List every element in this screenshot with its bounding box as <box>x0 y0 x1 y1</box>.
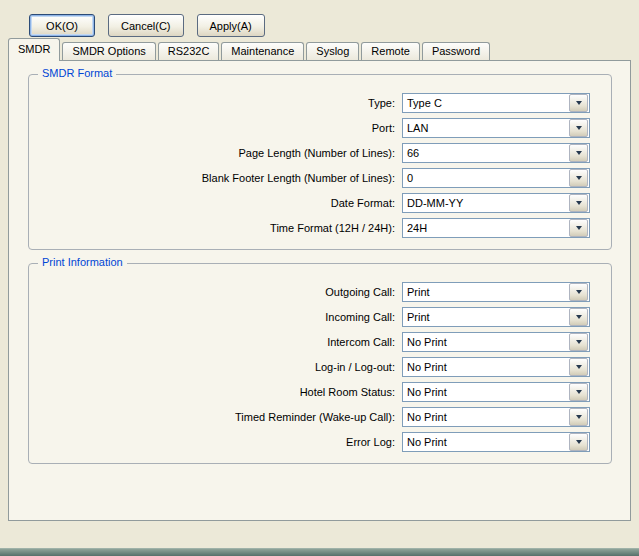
field-row-time-format-12h-24h: Time Format (12H / 24H):24H <box>39 215 590 240</box>
combo-selected-value: Print <box>403 311 569 323</box>
combo-hotel-room-status[interactable]: No Print <box>402 382 590 402</box>
combo-dropdown-button[interactable] <box>569 119 588 137</box>
combo-blank-footer-length-number-of-lines[interactable]: 0 <box>402 168 590 188</box>
apply-button[interactable]: Apply(A) <box>197 14 265 37</box>
combo-dropdown-button[interactable] <box>569 169 588 187</box>
chevron-down-icon <box>576 226 582 230</box>
field-label: Type: <box>39 97 402 109</box>
combo-page-length-number-of-lines[interactable]: 66 <box>402 143 590 163</box>
combo-selected-value: No Print <box>403 361 569 373</box>
combo-log-in-log-out[interactable]: No Print <box>402 357 590 377</box>
chevron-down-icon <box>576 415 582 419</box>
field-row-incoming-call: Incoming Call:Print <box>39 304 590 329</box>
field-label: Error Log: <box>39 436 402 448</box>
chevron-down-icon <box>576 340 582 344</box>
tab-smdr-options[interactable]: SMDR Options <box>62 42 155 60</box>
combo-date-format[interactable]: DD-MM-YY <box>402 193 590 213</box>
field-label: Date Format: <box>39 197 402 209</box>
tab-page-smdr: SMDR FormatType:Type CPort:LANPage Lengt… <box>8 60 631 521</box>
combo-selected-value: LAN <box>403 122 569 134</box>
chevron-down-icon <box>576 201 582 205</box>
field-row-outgoing-call: Outgoing Call:Print <box>39 279 590 304</box>
combo-type[interactable]: Type C <box>402 93 590 113</box>
combo-time-format-12h-24h[interactable]: 24H <box>402 218 590 238</box>
group-title: Print Information <box>38 256 127 268</box>
combo-port[interactable]: LAN <box>402 118 590 138</box>
cancel-button[interactable]: Cancel(C) <box>108 14 184 37</box>
ok-button[interactable]: OK(O) <box>29 14 95 37</box>
combo-dropdown-button[interactable] <box>569 283 588 301</box>
field-row-date-format: Date Format:DD-MM-YY <box>39 190 590 215</box>
field-row-log-in-log-out: Log-in / Log-out:No Print <box>39 354 590 379</box>
field-row-port: Port:LAN <box>39 115 590 140</box>
combo-selected-value: 24H <box>403 222 569 234</box>
combo-dropdown-button[interactable] <box>569 94 588 112</box>
combo-dropdown-button[interactable] <box>569 219 588 237</box>
chevron-down-icon <box>576 315 582 319</box>
combo-dropdown-button[interactable] <box>569 433 588 451</box>
combo-selected-value: No Print <box>403 411 569 423</box>
field-row-intercom-call: Intercom Call:No Print <box>39 329 590 354</box>
chevron-down-icon <box>576 440 582 444</box>
group-title: SMDR Format <box>38 67 116 79</box>
combo-incoming-call[interactable]: Print <box>402 307 590 327</box>
chevron-down-icon <box>576 126 582 130</box>
field-label: Log-in / Log-out: <box>39 361 402 373</box>
field-label: Page Length (Number of Lines): <box>39 147 402 159</box>
group-print-information: Print InformationOutgoing Call:PrintInco… <box>28 263 612 464</box>
field-label: Incoming Call: <box>39 311 402 323</box>
tab-password[interactable]: Password <box>422 42 490 60</box>
field-label: Timed Reminder (Wake-up Call): <box>39 411 402 423</box>
field-row-timed-reminder-wake-up-call: Timed Reminder (Wake-up Call):No Print <box>39 404 590 429</box>
group-smdr-format: SMDR FormatType:Type CPort:LANPage Lengt… <box>28 74 612 250</box>
tab-syslog[interactable]: Syslog <box>306 42 359 60</box>
combo-selected-value: No Print <box>403 436 569 448</box>
toolbar: OK(O) Cancel(C) Apply(A) <box>0 0 639 39</box>
bottom-window-edge <box>0 548 639 556</box>
field-label: Hotel Room Status: <box>39 386 402 398</box>
combo-timed-reminder-wake-up-call[interactable]: No Print <box>402 407 590 427</box>
field-row-page-length-number-of-lines: Page Length (Number of Lines):66 <box>39 140 590 165</box>
combo-error-log[interactable]: No Print <box>402 432 590 452</box>
tab-smdr[interactable]: SMDR <box>8 38 60 61</box>
field-label: Time Format (12H / 24H): <box>39 222 402 234</box>
combo-selected-value: No Print <box>403 386 569 398</box>
field-label: Blank Footer Length (Number of Lines): <box>39 172 402 184</box>
combo-selected-value: No Print <box>403 336 569 348</box>
combo-selected-value: Print <box>403 286 569 298</box>
field-label: Outgoing Call: <box>39 286 402 298</box>
field-row-type: Type:Type C <box>39 90 590 115</box>
field-row-error-log: Error Log:No Print <box>39 429 590 454</box>
field-label: Port: <box>39 122 402 134</box>
chevron-down-icon <box>576 101 582 105</box>
chevron-down-icon <box>576 390 582 394</box>
combo-dropdown-button[interactable] <box>569 333 588 351</box>
combo-selected-value: Type C <box>403 97 569 109</box>
tab-remote[interactable]: Remote <box>361 42 420 60</box>
window-lower-margin <box>0 521 639 534</box>
combo-dropdown-button[interactable] <box>569 144 588 162</box>
chevron-down-icon <box>576 151 582 155</box>
combo-intercom-call[interactable]: No Print <box>402 332 590 352</box>
combo-dropdown-button[interactable] <box>569 308 588 326</box>
combo-dropdown-button[interactable] <box>569 383 588 401</box>
tab-strip: SMDRSMDR OptionsRS232CMaintenanceSyslogR… <box>8 39 639 60</box>
chevron-down-icon <box>576 176 582 180</box>
combo-selected-value: 66 <box>403 147 569 159</box>
tab-rs232c[interactable]: RS232C <box>158 42 220 60</box>
combo-dropdown-button[interactable] <box>569 194 588 212</box>
combo-selected-value: 0 <box>403 172 569 184</box>
combo-dropdown-button[interactable] <box>569 408 588 426</box>
tab-maintenance[interactable]: Maintenance <box>221 42 304 60</box>
combo-dropdown-button[interactable] <box>569 358 588 376</box>
field-label: Intercom Call: <box>39 336 402 348</box>
chevron-down-icon <box>576 365 582 369</box>
combo-outgoing-call[interactable]: Print <box>402 282 590 302</box>
field-row-hotel-room-status: Hotel Room Status:No Print <box>39 379 590 404</box>
smdr-settings-window: { "toolbar": { "buttons": [ { "label": "… <box>0 0 639 556</box>
field-row-blank-footer-length-number-of-lines: Blank Footer Length (Number of Lines):0 <box>39 165 590 190</box>
combo-selected-value: DD-MM-YY <box>403 197 569 209</box>
chevron-down-icon <box>576 290 582 294</box>
